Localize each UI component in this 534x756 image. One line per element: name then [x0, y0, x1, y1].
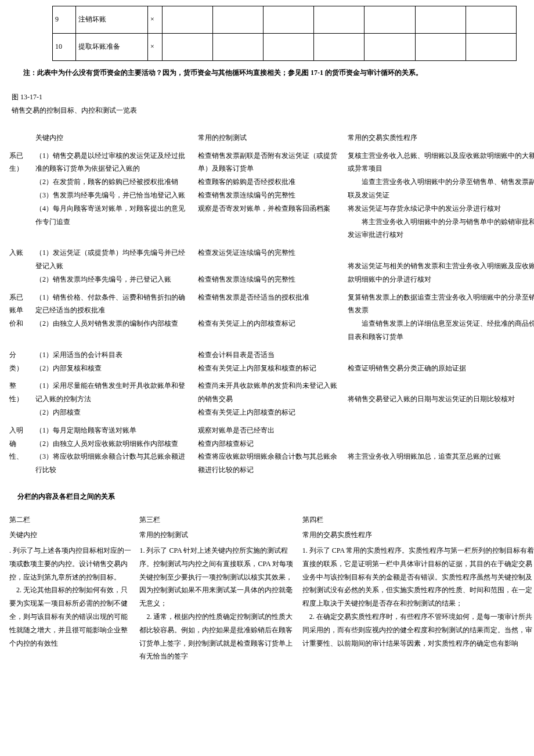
cell: 将主营业务收入明细账加总，追查其至总账的过账 [344, 422, 534, 479]
col-subheader: 常用的控制测试 [136, 527, 298, 543]
cell: （1）采用适当的会计科目表 （2）内部复核和核查 [32, 346, 194, 377]
row-num: 9 [53, 6, 76, 34]
col-header: 关键内控 [32, 129, 194, 147]
cell: （1）每月定期给顾客寄送对账单 （2）由独立人员对应收账款明细账作内部核查 （3… [32, 422, 194, 479]
cell: 复核主营业务收入总账、明细账以及应收账款明细账中的大额或异常项目 追查主营业务收… [344, 147, 534, 244]
cell: 检查销售发票是否经适当的授权批准 检查有关凭证上的内部核查标记 [194, 289, 344, 346]
section-heading: 分栏的内容及各栏目之间的关系 [17, 491, 534, 503]
note-text: 注：此表中为什么没有货币资金的主要活动？因为，货币资金与其他循环均直接相关；参见… [23, 67, 522, 80]
table-row: 分类） （1）采用适当的会计科目表 （2）内部复核和核查 检查会计科目表是否适当… [6, 346, 534, 377]
cell: 检查尚未开具收款账单的发货和尚未登记入账的销售交易 检查有关凭证上内部核查的标记 [194, 377, 344, 421]
cell: （1）销售交易是以经过审核的发运凭证及经过批准的顾客订货单为依据登记入账的 （2… [32, 147, 194, 244]
top-table: 9 注销坏账 × 10 提取坏账准备 × [52, 6, 517, 61]
row-x: × [147, 34, 162, 61]
col-header: 第四栏 [299, 512, 534, 528]
cell: 将销售交易登记入账的日期与发运凭证的日期比较核对 [344, 377, 534, 421]
col-header: 第二栏 [6, 512, 136, 528]
row-num: 10 [53, 34, 76, 61]
cell: 系已 账单 价和 [6, 289, 32, 346]
col-subheader: 关键内控 [6, 527, 136, 543]
cell: （1）销售价格、付款条件、运费和销售折扣的确定已经适当的授权批准 （2）由独立人… [32, 289, 194, 346]
cell: 1. 列示了 CPA 常用的实质性程序。实质性程序与第一栏所列的控制目标有着直接… [299, 543, 534, 664]
cell: 入明 确性、 [6, 422, 32, 479]
row-x: × [147, 6, 162, 34]
table-body-row: . 列示了与上述各项内控目标相对应的一项或数项主要的内控。设计销售交易内控，应达… [6, 543, 534, 664]
table-header-row: 关键内控 常用的控制测试 常用的交易实质性程序 [6, 129, 534, 147]
col-subheader: 常用的交易实质性程序 [299, 527, 534, 543]
col-header: 常用的控制测试 [194, 129, 344, 147]
table-row: 入账 （1）发运凭证（或提货单）均经事先编号并已经登记入账 （2）销售发票均经事… [6, 244, 534, 288]
cell: 系已 生） [6, 147, 32, 244]
cell: （1）发运凭证（或提货单）均经事先编号并已经登记入账 （2）销售发票均经事先编号… [32, 244, 194, 288]
table-row: 整性） （1）采用尽量能在销售发生时开具收款账单和登记入账的控制方法 （2）内部… [6, 377, 534, 421]
cell: . 列示了与上述各项内控目标相对应的一项或数项主要的内控。设计销售交易内控，应达… [6, 543, 136, 664]
table-row: 9 注销坏账 × [53, 6, 517, 34]
cell: 分类） [6, 346, 32, 377]
cell: 检查发运凭证连续编号的完整性 检查销售发票连续编号的完整性 [194, 244, 344, 288]
figure-title: 销售交易的控制目标、内控和测试一览表 [12, 105, 534, 117]
cell: 检查会计科目表是否适当 检查有关凭证上内部复核和核查的标记 [194, 346, 344, 377]
figure-number: 图 13-17-1 [12, 91, 534, 104]
cell: （1）采用尽量能在销售发生时开具收款账单和登记入账的控制方法 （2）内部核查 [32, 377, 194, 421]
table-row: 系已 账单 价和 （1）销售价格、付款条件、运费和销售折扣的确定已经适当的授权批… [6, 289, 534, 346]
cell: 将发运凭证与相关的销售发票和主营业务收入明细账及应收账款明细账中的分录进行核对 [344, 244, 534, 288]
table-subheader-row: 关键内控 常用的控制测试 常用的交易实质性程序 [6, 527, 534, 543]
cell: 复算销售发票上的数据追查主营业务收入明细账中的分录至销售发票 追查销售发票上的详… [344, 289, 534, 346]
col-header: 第三栏 [136, 512, 298, 528]
table-row: 10 提取坏账准备 × [53, 34, 517, 61]
col-header [6, 129, 32, 147]
columns-table: 第二栏 第三栏 第四栏 关键内控 常用的控制测试 常用的交易实质性程序 . 列示… [6, 512, 534, 665]
row-label: 提取坏账准备 [76, 34, 147, 61]
cell: 观察对账单是否已经寄出 检查内部核查标记 检查将应收账款明细账余额合计数与其总账… [194, 422, 344, 479]
cell: 1. 列示了 CPA 针对上述关键内控所实施的测试程序。控制测试与内控之间有直接… [136, 543, 298, 664]
cell: 入账 [6, 244, 32, 288]
col-header: 常用的交易实质性程序 [344, 129, 534, 147]
cell: 检查销售发票副联是否附有发运凭证（或提货单）及顾客订货单 检查顾客的赊购是否经授… [194, 147, 344, 244]
table-header-row: 第二栏 第三栏 第四栏 [6, 512, 534, 528]
row-label: 注销坏账 [76, 6, 147, 34]
table-row: 入明 确性、 （1）每月定期给顾客寄送对账单 （2）由独立人员对应收账款明细账作… [6, 422, 534, 479]
cell: 整性） [6, 377, 32, 421]
table-row: 系已 生） （1）销售交易是以经过审核的发运凭证及经过批准的顾客订货单为依据登记… [6, 147, 534, 244]
cell: 检查证明销售交易分类正确的原始证据 [344, 346, 534, 377]
main-table: 关键内控 常用的控制测试 常用的交易实质性程序 系已 生） （1）销售交易是以经… [6, 129, 534, 479]
